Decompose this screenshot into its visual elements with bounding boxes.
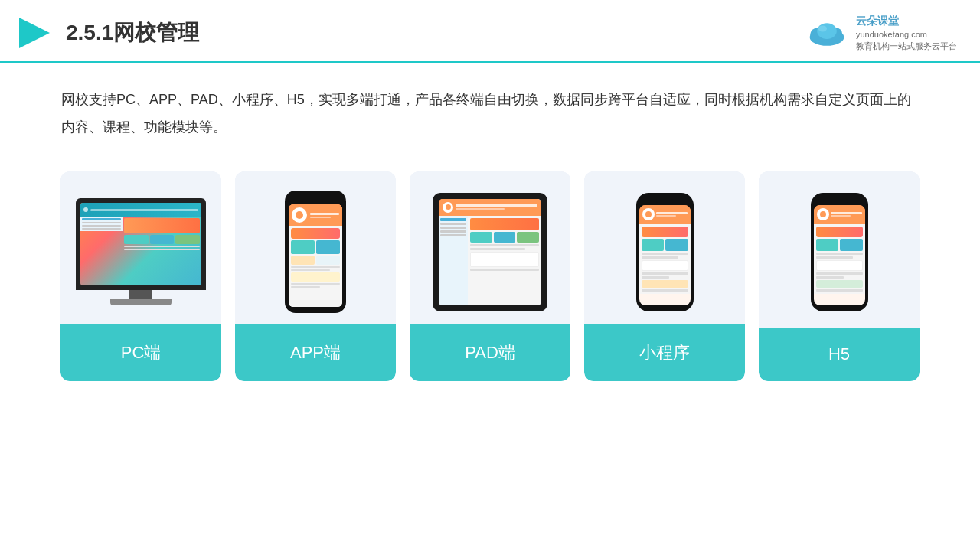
description-text: 网校支持PC、APP、PAD、小程序、H5，实现多端打通，产品各终端自由切换，数…: [0, 63, 980, 148]
svg-marker-0: [19, 18, 50, 48]
card-miniprogram: 小程序: [584, 171, 745, 381]
logo-name: 云朵课堂: [856, 14, 957, 29]
logo-area: 云朵课堂 yunduoketang.com 教育机构一站式服务云平台: [804, 14, 957, 52]
header-left: 2.5.1网校管理: [15, 14, 199, 52]
logo-url: yunduoketang.com: [856, 29, 957, 41]
card-app-image: [235, 171, 396, 324]
card-pc-image: [60, 171, 221, 324]
card-pad-image: [410, 171, 570, 324]
card-miniprogram-image: [584, 171, 745, 324]
card-pc-label: PC端: [60, 324, 221, 381]
logo-tagline: 教育机构一站式服务云平台: [856, 41, 957, 52]
card-pad-label: PAD端: [410, 324, 570, 381]
card-pc: PC端: [60, 171, 221, 381]
svg-point-5: [818, 26, 827, 32]
app-device: [285, 191, 346, 313]
card-h5: H5: [759, 171, 920, 381]
miniprogram-device: [636, 193, 694, 311]
cards-container: PC端: [0, 148, 980, 404]
play-icon: [15, 14, 54, 52]
card-h5-label: H5: [759, 328, 920, 381]
page-header: 2.5.1网校管理 云朵课堂 yunduoketang.com 教育机构一站式服…: [0, 0, 980, 63]
card-miniprogram-label: 小程序: [584, 324, 745, 381]
pc-device: [76, 198, 206, 305]
card-app: APP端: [235, 171, 396, 381]
card-h5-image: [759, 171, 920, 324]
pad-device: [433, 193, 547, 311]
logo-text: 云朵课堂 yunduoketang.com 教育机构一站式服务云平台: [856, 14, 957, 52]
card-app-label: APP端: [235, 324, 396, 381]
page-title: 2.5.1网校管理: [66, 18, 199, 47]
svg-point-4: [817, 23, 837, 39]
logo-icon: [804, 18, 850, 48]
card-pad: PAD端: [410, 171, 570, 381]
h5-device: [811, 193, 868, 311]
